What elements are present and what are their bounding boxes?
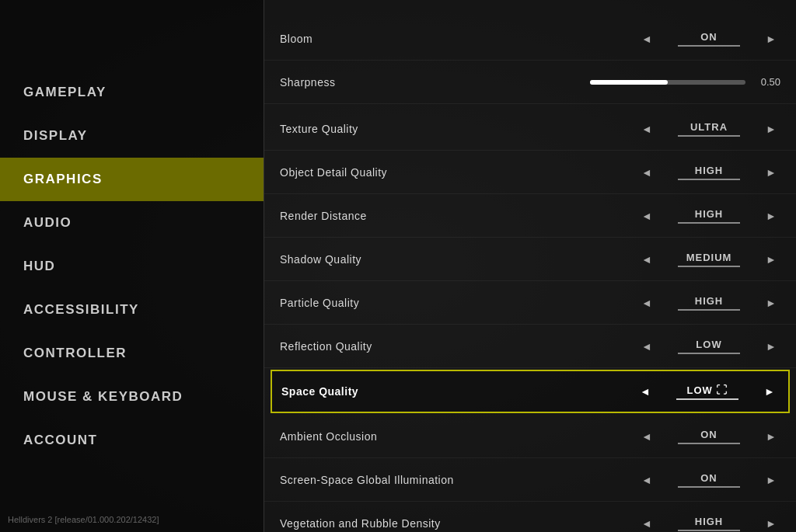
arrow-left-space_quality[interactable]: ◄ bbox=[636, 382, 655, 401]
value-text-texture_quality: ULTRA bbox=[690, 121, 728, 133]
setting-control-texture_quality: ◄ULTRA► bbox=[529, 120, 780, 138]
arrow-right-render_distance[interactable]: ► bbox=[762, 207, 780, 225]
setting-row-vegetation_density: Vegetation and Rubble Density◄HIGH► bbox=[264, 502, 796, 532]
sidebar-item-controller[interactable]: CONTROLLER bbox=[0, 332, 264, 375]
setting-row-shadow_quality: Shadow Quality◄MEDIUM► bbox=[264, 238, 796, 281]
setting-label-render_distance: Render Distance bbox=[280, 210, 529, 222]
arrow-right-bloom[interactable]: ► bbox=[762, 30, 780, 48]
arrow-left-ssgi[interactable]: ◄ bbox=[637, 471, 656, 489]
value-area-shadow_quality: MEDIUM bbox=[662, 252, 756, 267]
value-area-vegetation_density: HIGH bbox=[662, 516, 756, 531]
setting-row-bloom: Bloom◄ON► bbox=[264, 17, 796, 61]
slider-fill-sharpness bbox=[590, 80, 668, 85]
arrow-left-ambient_occlusion[interactable]: ◄ bbox=[637, 427, 656, 446]
setting-control-ssgi: ◄ON► bbox=[529, 471, 780, 489]
arrow-left-vegetation_density[interactable]: ◄ bbox=[637, 514, 656, 533]
setting-row-sharpness: Sharpness0.50 bbox=[264, 61, 796, 104]
value-underline-render_distance bbox=[678, 222, 740, 224]
setting-control-ambient_occlusion: ◄ON► bbox=[529, 427, 780, 446]
setting-control-reflection_quality: ◄LOW► bbox=[529, 337, 780, 356]
setting-control-particle_quality: ◄HIGH► bbox=[529, 294, 780, 312]
setting-row-render_distance: Render Distance◄HIGH► bbox=[264, 194, 796, 238]
sidebar-item-audio[interactable]: AUDIO bbox=[0, 201, 264, 245]
slider-area-sharpness: 0.50 bbox=[590, 76, 780, 88]
setting-control-vegetation_density: ◄HIGH► bbox=[529, 514, 780, 533]
value-text-bloom: ON bbox=[700, 31, 717, 43]
setting-label-shadow_quality: Shadow Quality bbox=[280, 253, 529, 266]
arrow-right-vegetation_density[interactable]: ► bbox=[762, 514, 780, 533]
setting-control-shadow_quality: ◄MEDIUM► bbox=[529, 250, 780, 269]
setting-control-bloom: ◄ON► bbox=[529, 30, 780, 48]
arrow-right-texture_quality[interactable]: ► bbox=[762, 120, 780, 138]
value-text-shadow_quality: MEDIUM bbox=[686, 252, 732, 263]
value-underline-ssgi bbox=[678, 486, 740, 488]
value-underline-vegetation_density bbox=[678, 530, 740, 531]
setting-label-particle_quality: Particle Quality bbox=[280, 297, 529, 309]
settings-content[interactable]: Bloom◄ON►Sharpness0.50Texture Quality◄UL… bbox=[264, 0, 796, 532]
value-underline-texture_quality bbox=[678, 135, 740, 137]
slider-track-sharpness[interactable] bbox=[590, 80, 745, 85]
value-area-particle_quality: HIGH bbox=[662, 295, 756, 311]
value-underline-object_detail bbox=[678, 179, 740, 180]
main-layout: GAMEPLAYDISPLAYGRAPHICSAUDIOHUDACCESSIBI… bbox=[0, 0, 796, 532]
setting-label-sharpness: Sharpness bbox=[280, 76, 529, 89]
setting-row-particle_quality: Particle Quality◄HIGH► bbox=[264, 281, 796, 325]
sidebar-item-mouse_keyboard[interactable]: MOUSE & KEYBOARD bbox=[0, 375, 264, 419]
version-label: Helldivers 2 [release/01.000.202/12432] bbox=[8, 515, 159, 524]
value-area-object_detail: HIGH bbox=[662, 165, 756, 180]
setting-row-ambient_occlusion: Ambient Occlusion◄ON► bbox=[264, 415, 796, 458]
value-text-render_distance: HIGH bbox=[695, 208, 724, 220]
value-area-reflection_quality: LOW bbox=[662, 339, 756, 354]
setting-label-texture_quality: Texture Quality bbox=[280, 123, 529, 135]
arrow-right-object_detail[interactable]: ► bbox=[762, 163, 780, 182]
setting-row-texture_quality: Texture Quality◄ULTRA► bbox=[264, 107, 796, 151]
slider-value-sharpness: 0.50 bbox=[753, 76, 780, 88]
value-text-ambient_occlusion: ON bbox=[700, 429, 717, 440]
value-underline-shadow_quality bbox=[678, 266, 740, 267]
arrow-left-object_detail[interactable]: ◄ bbox=[637, 163, 656, 182]
arrow-left-render_distance[interactable]: ◄ bbox=[637, 207, 656, 225]
arrow-right-ssgi[interactable]: ► bbox=[762, 471, 780, 489]
sidebar-item-account[interactable]: ACCOUNT bbox=[0, 419, 264, 462]
arrow-right-ambient_occlusion[interactable]: ► bbox=[762, 427, 780, 446]
arrow-left-particle_quality[interactable]: ◄ bbox=[637, 294, 656, 312]
arrow-right-space_quality[interactable]: ► bbox=[760, 382, 779, 401]
setting-row-ssgi: Screen-Space Global Illumination◄ON► bbox=[264, 458, 796, 502]
sidebar-item-display[interactable]: DISPLAY bbox=[0, 114, 264, 158]
setting-row-object_detail: Object Detail Quality◄HIGH► bbox=[264, 151, 796, 194]
setting-label-vegetation_density: Vegetation and Rubble Density bbox=[280, 517, 529, 530]
value-underline-bloom bbox=[678, 45, 740, 47]
arrow-left-reflection_quality[interactable]: ◄ bbox=[637, 337, 656, 356]
value-underline-particle_quality bbox=[678, 309, 740, 311]
value-area-bloom: ON bbox=[662, 31, 756, 47]
setting-label-space_quality: Space Quality bbox=[281, 385, 530, 398]
arrow-left-texture_quality[interactable]: ◄ bbox=[637, 120, 656, 138]
value-area-space_quality: LOW ⛶ bbox=[661, 384, 754, 400]
setting-label-bloom: Bloom bbox=[280, 33, 529, 45]
value-text-reflection_quality: LOW bbox=[696, 339, 721, 350]
value-area-texture_quality: ULTRA bbox=[662, 121, 756, 137]
sidebar-item-accessibility[interactable]: ACCESSIBILITY bbox=[0, 288, 264, 332]
arrow-right-particle_quality[interactable]: ► bbox=[762, 294, 780, 312]
setting-label-object_detail: Object Detail Quality bbox=[280, 166, 529, 179]
sidebar-item-graphics[interactable]: GRAPHICS bbox=[0, 158, 264, 201]
value-underline-ambient_occlusion bbox=[678, 443, 740, 444]
value-area-ambient_occlusion: ON bbox=[662, 429, 756, 444]
value-text-ssgi: ON bbox=[700, 472, 717, 484]
arrow-right-reflection_quality[interactable]: ► bbox=[762, 337, 780, 356]
arrow-left-bloom[interactable]: ◄ bbox=[637, 30, 656, 48]
setting-label-ambient_occlusion: Ambient Occlusion bbox=[280, 430, 529, 443]
arrow-left-shadow_quality[interactable]: ◄ bbox=[637, 250, 656, 269]
sidebar: GAMEPLAYDISPLAYGRAPHICSAUDIOHUDACCESSIBI… bbox=[0, 0, 264, 532]
setting-row-reflection_quality: Reflection Quality◄LOW► bbox=[264, 325, 796, 368]
setting-control-object_detail: ◄HIGH► bbox=[529, 163, 780, 182]
arrow-right-shadow_quality[interactable]: ► bbox=[762, 250, 780, 269]
setting-row-space_quality: Space Quality◄LOW ⛶► bbox=[271, 370, 790, 413]
value-underline-space_quality bbox=[676, 398, 738, 400]
sidebar-item-gameplay[interactable]: GAMEPLAY bbox=[0, 71, 264, 114]
value-text-particle_quality: HIGH bbox=[695, 295, 724, 307]
sidebar-item-hud[interactable]: HUD bbox=[0, 245, 264, 288]
value-area-ssgi: ON bbox=[662, 472, 756, 488]
value-underline-reflection_quality bbox=[678, 353, 740, 354]
setting-control-render_distance: ◄HIGH► bbox=[529, 207, 780, 225]
